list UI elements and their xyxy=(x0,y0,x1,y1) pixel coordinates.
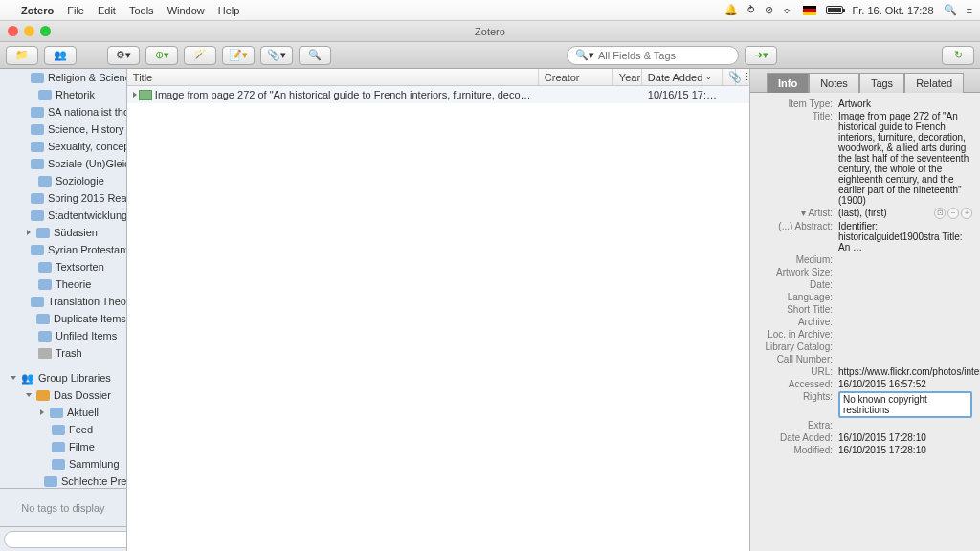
sidebar-item[interactable]: Rhetorik xyxy=(0,86,126,103)
sidebar-item[interactable]: Religion & Science xyxy=(0,69,126,86)
field-row-medium: Medium: xyxy=(758,254,972,265)
menu-icon[interactable]: ≡ xyxy=(967,5,972,16)
sidebar-item[interactable]: Das Dossier xyxy=(0,386,126,404)
field-row-artwork_size: Artwork Size: xyxy=(758,267,972,277)
new-item-button[interactable]: ⊕▾ xyxy=(145,46,178,65)
field-row-language: Language: xyxy=(758,292,972,302)
disclosure-icon[interactable] xyxy=(26,393,32,397)
close-window-button[interactable] xyxy=(8,26,18,36)
folder-icon xyxy=(36,390,50,401)
disclosure-icon[interactable] xyxy=(27,230,31,235)
tab-notes[interactable]: Notes xyxy=(809,73,859,93)
field-row-accessed: Accessed:16/10/2015 16:57:52 xyxy=(758,379,972,389)
sidebar-item[interactable]: Translation Theory Paper xyxy=(0,293,126,310)
sync-icon[interactable]: ⥁ xyxy=(747,4,755,16)
circle-icon[interactable]: ⊘ xyxy=(765,4,773,16)
expand-icon[interactable] xyxy=(133,92,137,98)
actions-button[interactable]: ⚙▾ xyxy=(107,46,140,65)
tab-info[interactable]: Info xyxy=(767,73,809,93)
zoom-window-button[interactable] xyxy=(40,26,51,36)
menu-help[interactable]: Help xyxy=(218,5,240,16)
sidebar-item[interactable]: Textsorten xyxy=(0,258,126,276)
remove-creator[interactable]: − xyxy=(947,208,959,219)
new-note-button[interactable]: 📝▾ xyxy=(222,46,255,65)
add-by-id-button[interactable]: 🪄 xyxy=(184,46,216,65)
attach-button[interactable]: 📎▾ xyxy=(260,46,293,65)
sidebar-item[interactable]: Science, History of xyxy=(0,121,126,138)
col-creator[interactable]: Creator xyxy=(539,69,613,85)
new-group-button[interactable]: 👥 xyxy=(44,46,77,65)
locate-button[interactable]: ➜▾ xyxy=(745,46,777,65)
toolbar: 📁 👥 ⚙▾ ⊕▾ 🪄 📝▾ 📎▾ 🔍 🔍▾ ➜▾ ↻ xyxy=(0,42,980,69)
sidebar-item[interactable]: Aktuell xyxy=(0,404,126,421)
add-creator[interactable]: + xyxy=(961,208,972,219)
wifi-icon[interactable]: ᯤ xyxy=(783,5,793,16)
sidebar-item[interactable]: Spring 2015 Reading xyxy=(0,189,126,207)
disclosure-icon[interactable] xyxy=(11,376,16,380)
sidebar-item[interactable]: Syrian Protestant Coll… xyxy=(0,241,126,258)
field-label: Archive: xyxy=(758,317,838,327)
menu-file[interactable]: File xyxy=(67,5,84,16)
field-toggle[interactable]: ⊡ xyxy=(934,208,946,219)
window-titlebar: Zotero xyxy=(0,21,980,42)
col-title[interactable]: Title xyxy=(127,69,539,85)
sidebar-item[interactable]: Feed xyxy=(0,421,126,438)
col-menu[interactable]: ⋮ xyxy=(736,69,749,85)
flag-icon[interactable] xyxy=(803,6,816,15)
sidebar-item[interactable]: Unfiled Items xyxy=(0,327,126,344)
tag-filter-input[interactable] xyxy=(4,531,127,548)
group-libraries-header[interactable]: 👥 Group Libraries xyxy=(0,369,126,386)
search-box[interactable]: 🔍▾ xyxy=(567,46,739,65)
tab-tags[interactable]: Tags xyxy=(859,73,904,93)
field-value[interactable]: 16/10/2015 17:28:10 xyxy=(838,432,972,443)
sidebar-item[interactable]: Soziologie xyxy=(0,172,126,189)
field-value[interactable]: 16/10/2015 16:57:52 xyxy=(838,379,972,389)
adv-search-button[interactable]: 🔍 xyxy=(299,46,331,65)
search-input[interactable] xyxy=(598,50,730,61)
sidebar-item-label: Science, History of xyxy=(48,123,126,135)
sidebar-item[interactable]: Sammlung xyxy=(0,455,126,473)
sidebar-item[interactable]: Sexuality, concept of xyxy=(0,138,126,155)
field-value[interactable]: Identifier: historicalguidet1900stra Tit… xyxy=(838,221,972,253)
clock-text[interactable]: Fr. 16. Okt. 17:28 xyxy=(853,5,934,16)
field-value[interactable]: No known copyright restrictions xyxy=(838,391,972,418)
field-value[interactable]: Artwork xyxy=(838,99,972,109)
field-label: Language: xyxy=(758,292,838,302)
bell-icon[interactable]: 🔔 xyxy=(724,4,738,16)
minimize-window-button[interactable] xyxy=(24,26,34,36)
folder-icon xyxy=(52,425,65,435)
menu-window[interactable]: Window xyxy=(167,5,205,16)
field-label: ▾ Artist: xyxy=(758,208,838,218)
sidebar-item[interactable]: SA nationalist thought xyxy=(0,103,126,121)
col-year[interactable]: Year xyxy=(613,69,642,85)
sidebar-item[interactable]: Duplicate Items xyxy=(0,310,126,327)
col-date-added[interactable]: Date Added⌄ xyxy=(642,69,723,85)
new-collection-button[interactable]: 📁 xyxy=(6,46,38,65)
menu-tools[interactable]: Tools xyxy=(129,5,154,16)
field-value[interactable]: 16/10/2015 17:28:10 xyxy=(838,445,972,455)
folder-icon xyxy=(36,314,50,324)
field-value[interactable]: (last), (first) xyxy=(838,208,930,218)
sidebar-item[interactable]: Soziale (Un)Gleichheit xyxy=(0,155,126,172)
spotlight-icon[interactable]: 🔍 xyxy=(944,4,957,16)
app-menu[interactable]: Zotero xyxy=(21,5,54,16)
sidebar-item[interactable]: Trash xyxy=(0,344,126,362)
battery-icon[interactable] xyxy=(826,6,843,14)
sidebar-item[interactable]: Stadtentwicklung xyxy=(0,207,126,224)
sidebar-item-label: Südasien xyxy=(54,227,98,238)
sidebar-item[interactable]: Südasien xyxy=(0,224,126,241)
field-label: Medium: xyxy=(758,254,838,265)
col-attachment[interactable]: 📎 xyxy=(723,69,736,85)
sync-button[interactable]: ↻ xyxy=(942,46,974,65)
sidebar-item[interactable]: Theorie xyxy=(0,276,126,293)
sidebar-item[interactable]: Filme xyxy=(0,438,126,455)
tab-related[interactable]: Related xyxy=(904,73,964,93)
folder-icon xyxy=(38,331,52,342)
field-value[interactable]: https://www.flickr.com/photos/internetar… xyxy=(838,366,980,377)
sidebar-item[interactable]: Schlechte Presse xyxy=(0,473,126,488)
field-value[interactable]: Image from page 272 of "An historical gu… xyxy=(838,111,972,206)
folder-icon xyxy=(44,476,57,487)
item-row[interactable]: Image from page 272 of "An historical gu… xyxy=(127,86,749,103)
disclosure-icon[interactable] xyxy=(40,409,44,415)
menu-edit[interactable]: Edit xyxy=(98,5,116,16)
